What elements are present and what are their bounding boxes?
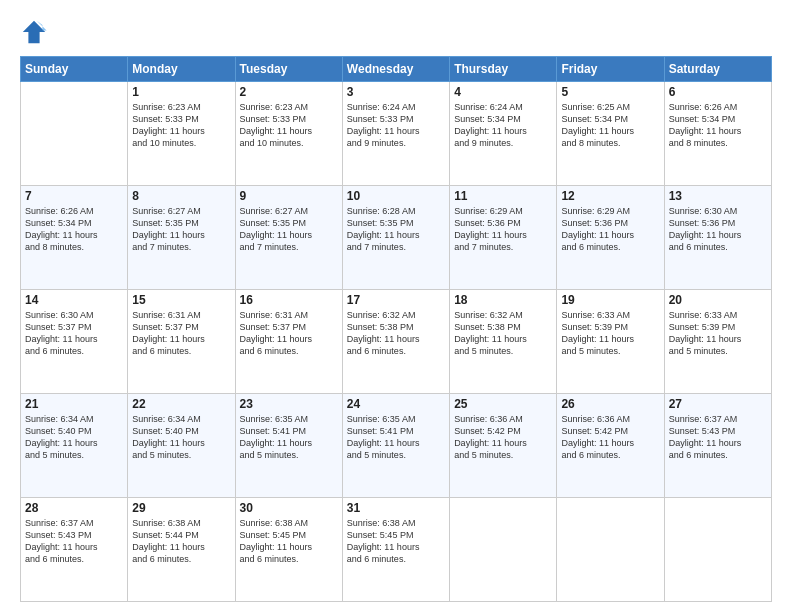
- calendar-cell: 25Sunrise: 6:36 AM Sunset: 5:42 PM Dayli…: [450, 394, 557, 498]
- calendar-cell: 8Sunrise: 6:27 AM Sunset: 5:35 PM Daylig…: [128, 186, 235, 290]
- header: [20, 18, 772, 46]
- cell-day-number: 20: [669, 293, 767, 307]
- col-header-thursday: Thursday: [450, 57, 557, 82]
- calendar-cell: 18Sunrise: 6:32 AM Sunset: 5:38 PM Dayli…: [450, 290, 557, 394]
- calendar-cell: 31Sunrise: 6:38 AM Sunset: 5:45 PM Dayli…: [342, 498, 449, 602]
- cell-day-number: 13: [669, 189, 767, 203]
- week-row-2: 14Sunrise: 6:30 AM Sunset: 5:37 PM Dayli…: [21, 290, 772, 394]
- cell-info: Sunrise: 6:34 AM Sunset: 5:40 PM Dayligh…: [25, 413, 123, 462]
- calendar-cell: 4Sunrise: 6:24 AM Sunset: 5:34 PM Daylig…: [450, 82, 557, 186]
- cell-info: Sunrise: 6:30 AM Sunset: 5:36 PM Dayligh…: [669, 205, 767, 254]
- calendar-cell: [450, 498, 557, 602]
- calendar-cell: 24Sunrise: 6:35 AM Sunset: 5:41 PM Dayli…: [342, 394, 449, 498]
- calendar-cell: 7Sunrise: 6:26 AM Sunset: 5:34 PM Daylig…: [21, 186, 128, 290]
- calendar-cell: 30Sunrise: 6:38 AM Sunset: 5:45 PM Dayli…: [235, 498, 342, 602]
- cell-day-number: 6: [669, 85, 767, 99]
- header-row: SundayMondayTuesdayWednesdayThursdayFrid…: [21, 57, 772, 82]
- cell-day-number: 30: [240, 501, 338, 515]
- col-header-tuesday: Tuesday: [235, 57, 342, 82]
- cell-info: Sunrise: 6:33 AM Sunset: 5:39 PM Dayligh…: [561, 309, 659, 358]
- week-row-1: 7Sunrise: 6:26 AM Sunset: 5:34 PM Daylig…: [21, 186, 772, 290]
- cell-info: Sunrise: 6:23 AM Sunset: 5:33 PM Dayligh…: [132, 101, 230, 150]
- cell-day-number: 9: [240, 189, 338, 203]
- week-row-4: 28Sunrise: 6:37 AM Sunset: 5:43 PM Dayli…: [21, 498, 772, 602]
- cell-day-number: 29: [132, 501, 230, 515]
- cell-day-number: 17: [347, 293, 445, 307]
- calendar-cell: 1Sunrise: 6:23 AM Sunset: 5:33 PM Daylig…: [128, 82, 235, 186]
- calendar-cell: 26Sunrise: 6:36 AM Sunset: 5:42 PM Dayli…: [557, 394, 664, 498]
- svg-marker-0: [23, 21, 45, 43]
- cell-info: Sunrise: 6:25 AM Sunset: 5:34 PM Dayligh…: [561, 101, 659, 150]
- week-row-0: 1Sunrise: 6:23 AM Sunset: 5:33 PM Daylig…: [21, 82, 772, 186]
- cell-info: Sunrise: 6:27 AM Sunset: 5:35 PM Dayligh…: [132, 205, 230, 254]
- cell-day-number: 25: [454, 397, 552, 411]
- logo: [20, 18, 52, 46]
- calendar-cell: 23Sunrise: 6:35 AM Sunset: 5:41 PM Dayli…: [235, 394, 342, 498]
- cell-info: Sunrise: 6:26 AM Sunset: 5:34 PM Dayligh…: [25, 205, 123, 254]
- cell-info: Sunrise: 6:34 AM Sunset: 5:40 PM Dayligh…: [132, 413, 230, 462]
- col-header-sunday: Sunday: [21, 57, 128, 82]
- cell-info: Sunrise: 6:28 AM Sunset: 5:35 PM Dayligh…: [347, 205, 445, 254]
- cell-info: Sunrise: 6:24 AM Sunset: 5:33 PM Dayligh…: [347, 101, 445, 150]
- cell-day-number: 21: [25, 397, 123, 411]
- page: SundayMondayTuesdayWednesdayThursdayFrid…: [0, 0, 792, 612]
- cell-info: Sunrise: 6:32 AM Sunset: 5:38 PM Dayligh…: [347, 309, 445, 358]
- calendar-cell: 3Sunrise: 6:24 AM Sunset: 5:33 PM Daylig…: [342, 82, 449, 186]
- cell-info: Sunrise: 6:36 AM Sunset: 5:42 PM Dayligh…: [561, 413, 659, 462]
- cell-day-number: 24: [347, 397, 445, 411]
- cell-info: Sunrise: 6:38 AM Sunset: 5:44 PM Dayligh…: [132, 517, 230, 566]
- cell-info: Sunrise: 6:26 AM Sunset: 5:34 PM Dayligh…: [669, 101, 767, 150]
- cell-day-number: 26: [561, 397, 659, 411]
- calendar-cell: 17Sunrise: 6:32 AM Sunset: 5:38 PM Dayli…: [342, 290, 449, 394]
- cell-day-number: 8: [132, 189, 230, 203]
- calendar-cell: 15Sunrise: 6:31 AM Sunset: 5:37 PM Dayli…: [128, 290, 235, 394]
- cell-day-number: 27: [669, 397, 767, 411]
- cell-day-number: 11: [454, 189, 552, 203]
- logo-icon: [20, 18, 48, 46]
- calendar-cell: 28Sunrise: 6:37 AM Sunset: 5:43 PM Dayli…: [21, 498, 128, 602]
- cell-info: Sunrise: 6:37 AM Sunset: 5:43 PM Dayligh…: [669, 413, 767, 462]
- cell-info: Sunrise: 6:27 AM Sunset: 5:35 PM Dayligh…: [240, 205, 338, 254]
- cell-day-number: 22: [132, 397, 230, 411]
- cell-day-number: 28: [25, 501, 123, 515]
- col-header-wednesday: Wednesday: [342, 57, 449, 82]
- cell-day-number: 10: [347, 189, 445, 203]
- calendar-cell: 13Sunrise: 6:30 AM Sunset: 5:36 PM Dayli…: [664, 186, 771, 290]
- calendar-cell: [664, 498, 771, 602]
- calendar-cell: 21Sunrise: 6:34 AM Sunset: 5:40 PM Dayli…: [21, 394, 128, 498]
- cell-info: Sunrise: 6:29 AM Sunset: 5:36 PM Dayligh…: [454, 205, 552, 254]
- cell-day-number: 7: [25, 189, 123, 203]
- cell-info: Sunrise: 6:38 AM Sunset: 5:45 PM Dayligh…: [347, 517, 445, 566]
- calendar-cell: 5Sunrise: 6:25 AM Sunset: 5:34 PM Daylig…: [557, 82, 664, 186]
- cell-info: Sunrise: 6:31 AM Sunset: 5:37 PM Dayligh…: [132, 309, 230, 358]
- calendar-cell: 9Sunrise: 6:27 AM Sunset: 5:35 PM Daylig…: [235, 186, 342, 290]
- calendar-cell: [557, 498, 664, 602]
- calendar-cell: 19Sunrise: 6:33 AM Sunset: 5:39 PM Dayli…: [557, 290, 664, 394]
- cell-day-number: 14: [25, 293, 123, 307]
- cell-day-number: 19: [561, 293, 659, 307]
- cell-day-number: 5: [561, 85, 659, 99]
- calendar-cell: 27Sunrise: 6:37 AM Sunset: 5:43 PM Dayli…: [664, 394, 771, 498]
- calendar-cell: 2Sunrise: 6:23 AM Sunset: 5:33 PM Daylig…: [235, 82, 342, 186]
- cell-day-number: 3: [347, 85, 445, 99]
- cell-day-number: 1: [132, 85, 230, 99]
- cell-info: Sunrise: 6:31 AM Sunset: 5:37 PM Dayligh…: [240, 309, 338, 358]
- calendar-cell: [21, 82, 128, 186]
- cell-day-number: 31: [347, 501, 445, 515]
- cell-day-number: 16: [240, 293, 338, 307]
- calendar-cell: 10Sunrise: 6:28 AM Sunset: 5:35 PM Dayli…: [342, 186, 449, 290]
- cell-info: Sunrise: 6:24 AM Sunset: 5:34 PM Dayligh…: [454, 101, 552, 150]
- calendar-cell: 16Sunrise: 6:31 AM Sunset: 5:37 PM Dayli…: [235, 290, 342, 394]
- cell-info: Sunrise: 6:35 AM Sunset: 5:41 PM Dayligh…: [347, 413, 445, 462]
- cell-info: Sunrise: 6:32 AM Sunset: 5:38 PM Dayligh…: [454, 309, 552, 358]
- cell-day-number: 12: [561, 189, 659, 203]
- cell-day-number: 4: [454, 85, 552, 99]
- cell-info: Sunrise: 6:36 AM Sunset: 5:42 PM Dayligh…: [454, 413, 552, 462]
- calendar-cell: 29Sunrise: 6:38 AM Sunset: 5:44 PM Dayli…: [128, 498, 235, 602]
- calendar-cell: 12Sunrise: 6:29 AM Sunset: 5:36 PM Dayli…: [557, 186, 664, 290]
- calendar-table: SundayMondayTuesdayWednesdayThursdayFrid…: [20, 56, 772, 602]
- cell-info: Sunrise: 6:37 AM Sunset: 5:43 PM Dayligh…: [25, 517, 123, 566]
- cell-day-number: 2: [240, 85, 338, 99]
- calendar-cell: 6Sunrise: 6:26 AM Sunset: 5:34 PM Daylig…: [664, 82, 771, 186]
- calendar-cell: 20Sunrise: 6:33 AM Sunset: 5:39 PM Dayli…: [664, 290, 771, 394]
